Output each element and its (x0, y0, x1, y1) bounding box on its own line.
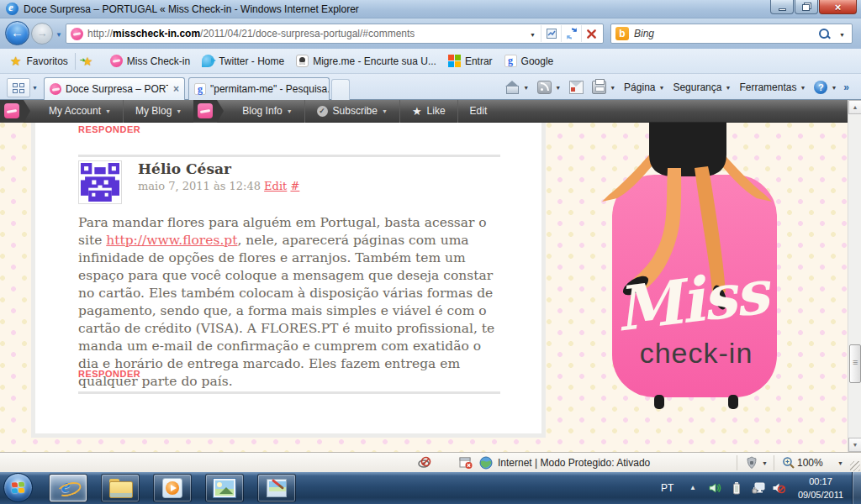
feeds-button[interactable]: ▼ (537, 81, 561, 94)
safety-menu[interactable]: Segurança▼ (673, 81, 731, 93)
admin-my-blog-menu[interactable]: My Blog▼ (124, 100, 193, 123)
window-title: Doce Surpresa – PORTUGAL « Miss Check-in… (24, 3, 359, 15)
taskbar-explorer-button[interactable] (101, 474, 140, 502)
taskbar-media-player-button[interactable] (153, 474, 192, 502)
help-menu[interactable]: ?▼ (814, 81, 837, 94)
favorites-label[interactable]: Favoritos (26, 55, 67, 67)
comment-date: maio 7, 2011 às 12:48 (138, 180, 261, 192)
screen: Doce Surpresa – PORTUGAL « Miss Check-in… (0, 0, 861, 504)
compatibility-view-button[interactable] (541, 25, 561, 42)
google-icon: g (504, 55, 517, 67)
favorite-item-entrar[interactable]: Entrar (448, 55, 493, 67)
taskbar-photo-viewer-button[interactable] (205, 474, 244, 502)
network-icon[interactable] (752, 481, 765, 495)
search-engine-label[interactable]: Bing (634, 28, 654, 39)
tab-permitam-me[interactable]: g "permitam-me" - Pesquisa... (188, 77, 330, 100)
comment-permalink[interactable]: # (290, 180, 299, 192)
comment-divider (78, 391, 500, 394)
twitter-bird-icon (202, 55, 214, 67)
search-box[interactable]: b Bing ▼ (610, 24, 853, 44)
windows-flag-icon (448, 55, 461, 67)
windows-orb-flag-icon (12, 481, 24, 493)
address-bar[interactable]: http://misscheck-in.com/2011/04/21/doce-… (66, 24, 604, 44)
bing-icon: b (615, 27, 629, 40)
admin-blog-info-menu[interactable]: Blog Info▼ (230, 100, 304, 123)
photo-viewer-icon (214, 479, 235, 497)
stop-button[interactable] (581, 25, 601, 42)
taskbar-internet-explorer-button[interactable] (49, 474, 87, 502)
zoom-level[interactable]: 100% (797, 457, 823, 469)
tab-favicon-miss (50, 83, 61, 95)
forward-button[interactable]: → (31, 23, 53, 45)
volume-muted-icon[interactable] (772, 481, 785, 495)
url-text[interactable]: http://misscheck-in.com/2011/04/21/doce-… (87, 28, 415, 39)
print-icon (592, 81, 606, 94)
add-favorite-icon[interactable]: ★ (82, 55, 98, 68)
comment-edit-link[interactable]: Edit (264, 180, 287, 192)
blog-logo-icon (198, 103, 213, 118)
language-indicator[interactable]: PT (661, 482, 673, 494)
protected-mode-shield-icon[interactable] (745, 456, 758, 470)
close-button[interactable]: × (819, 0, 857, 14)
rss-feed-icon (537, 81, 552, 94)
vertical-scrollbar[interactable]: ▲ ▼ (848, 100, 861, 452)
favorite-item-twitter[interactable]: Twitter - Home (202, 55, 284, 67)
reply-link-top[interactable]: RESPONDER (78, 124, 140, 134)
zoom-caret-icon[interactable]: ▼ (837, 460, 843, 466)
page-menu[interactable]: Página▼ (624, 81, 664, 93)
toolbar-overflow-icon[interactable]: » (843, 81, 849, 93)
window-controls: × (769, 0, 857, 14)
admin-subscribe-button[interactable]: ✓Subscribe▼ (305, 100, 399, 123)
recent-pages-caret-icon[interactable]: ▼ (55, 31, 62, 39)
favorite-item-migreme[interactable]: Migre.me - Encurte sua U... (296, 55, 436, 67)
blocked-content-icon (459, 456, 473, 470)
print-button[interactable]: ▼ (592, 81, 615, 94)
hidden-icons-arrow-icon[interactable]: ▲ (689, 484, 696, 491)
notch-icon (24, 100, 30, 123)
tab-doce-surpresa[interactable]: Doce Surpresa – PORT... × (44, 77, 185, 100)
start-button[interactable] (3, 473, 33, 502)
tools-menu[interactable]: Ferramentas▼ (739, 81, 806, 93)
system-tray: PT ▲ 00:17 09/05/2011 (646, 472, 861, 504)
favorites-star-icon[interactable]: ★ (10, 54, 21, 69)
tab-list-caret-icon[interactable]: ▼ (32, 85, 38, 91)
wordpress-logo-tile[interactable] (0, 100, 24, 123)
zoom-icon[interactable] (782, 456, 795, 470)
favorite-item-miss-checkin[interactable]: Miss Check-in (106, 55, 190, 67)
flores-link[interactable]: http://www.flores.pt (106, 233, 237, 248)
scroll-down-icon[interactable]: ▼ (848, 438, 861, 452)
reply-link-bottom[interactable]: RESPONDER (78, 369, 140, 379)
battery-icon[interactable] (730, 481, 743, 495)
separator (75, 53, 76, 70)
admin-edit-button[interactable]: Edit (458, 100, 499, 123)
maximize-button[interactable] (795, 0, 818, 14)
command-bar: ▼ ▼ ▼ Página▼ Segurança▼ Ferramentas▼ ?▼… (497, 77, 849, 97)
taskbar-paint-button[interactable] (257, 474, 296, 502)
content-panel: RESPONDER (31, 123, 546, 438)
tab-close-icon[interactable]: × (173, 83, 179, 95)
new-tab-button[interactable] (331, 79, 350, 100)
search-icon[interactable] (819, 29, 830, 39)
back-button[interactable]: ← (5, 21, 29, 45)
blog-logo-tile[interactable] (193, 100, 217, 123)
admin-my-account-menu[interactable]: My Account▼ (37, 100, 123, 123)
help-icon: ? (814, 81, 827, 94)
shield-caret-icon[interactable]: ▼ (762, 460, 768, 466)
tab-favicon-google: g (194, 83, 206, 95)
scrollbar-thumb[interactable] (849, 344, 861, 383)
admin-like-button[interactable]: ★Like (400, 100, 457, 123)
tab-bar: ▼ Doce Surpresa – PORT... × g "permitam-… (0, 74, 861, 100)
quick-tabs-button[interactable] (7, 78, 30, 97)
show-desktop-button[interactable] (852, 472, 861, 504)
minimize-button[interactable] (770, 0, 794, 14)
refresh-button[interactable] (561, 25, 581, 42)
favorite-item-google[interactable]: g Google (504, 55, 554, 67)
favorites-bar: ★ Favoritos ★ Miss Check-in Twitter - Ho… (0, 49, 861, 74)
read-mail-button[interactable] (569, 81, 584, 94)
search-options-caret-icon[interactable]: ▼ (839, 32, 845, 38)
home-button[interactable]: ▼ (505, 81, 529, 94)
clock[interactable]: 00:17 09/05/2011 (790, 475, 851, 501)
audio-manager-icon[interactable] (708, 481, 721, 495)
scroll-up-icon[interactable]: ▲ (848, 100, 861, 114)
address-dropdown-caret-icon[interactable]: ▼ (530, 32, 536, 38)
